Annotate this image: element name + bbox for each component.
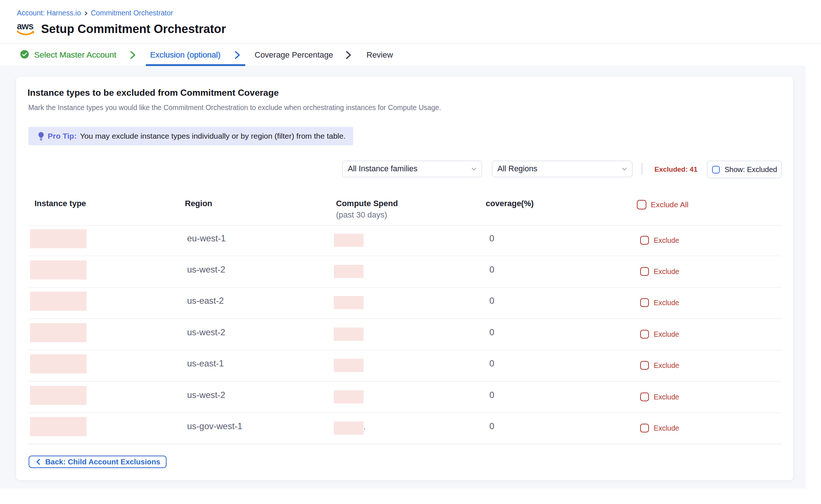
svg-text:aws: aws	[17, 21, 33, 31]
